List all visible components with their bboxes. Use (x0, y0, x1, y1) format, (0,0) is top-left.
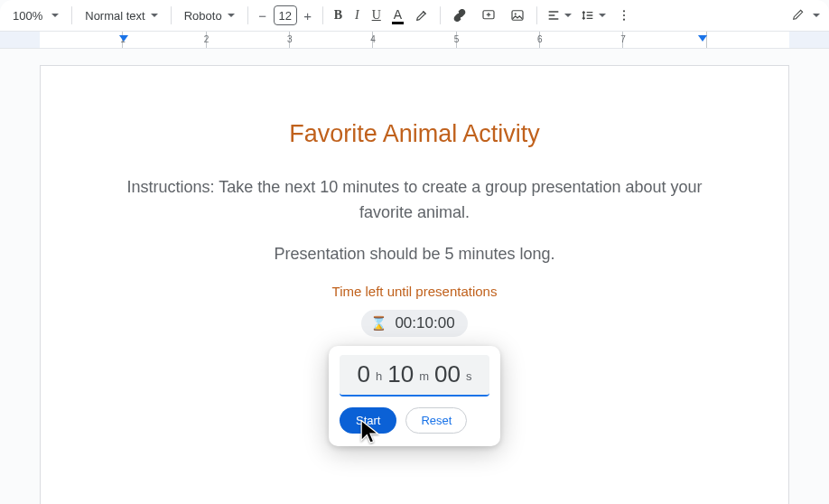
timer-hours[interactable]: 0 (358, 362, 370, 386)
timer-edit-display[interactable]: 0 h 10 m 00 s (340, 355, 489, 397)
ruler-ticks: 1 2 3 4 5 6 7 (40, 32, 789, 48)
zoom-value: 100% (13, 9, 46, 23)
timer-chip-value: 00:10:00 (395, 314, 454, 332)
font-family-value: Roboto (184, 9, 222, 23)
separator (71, 6, 72, 24)
timer-minutes-label: m (419, 369, 429, 383)
editing-mode-dropdown[interactable] (784, 4, 824, 27)
insert-image-button[interactable] (504, 4, 531, 27)
timer-seconds-label: s (466, 369, 472, 383)
timer-chip[interactable]: ⌛ 00:10:00 (361, 310, 467, 337)
bold-button[interactable]: B (329, 4, 348, 27)
chevron-down-icon (813, 14, 820, 17)
chevron-down-icon (151, 14, 158, 17)
timer-popup: 0 h 10 m 00 s Start Reset (329, 346, 500, 446)
italic-button[interactable]: I (349, 4, 365, 27)
svg-point-4 (515, 13, 517, 14)
start-button[interactable]: Start (340, 407, 396, 434)
text-color-button[interactable]: A (388, 4, 407, 27)
left-indent-marker[interactable] (119, 35, 128, 42)
separator (440, 6, 441, 24)
insert-link-button[interactable] (446, 4, 473, 27)
text-color-swatch (392, 22, 404, 24)
svg-point-6 (623, 14, 625, 16)
align-dropdown[interactable] (543, 4, 575, 27)
underline-button[interactable]: U (367, 4, 387, 27)
font-size-increase-button[interactable]: + (299, 5, 317, 25)
doc-title[interactable]: Favorite Animal Activity (95, 120, 734, 148)
right-indent-marker[interactable] (698, 35, 707, 42)
timer-hours-label: h (376, 369, 382, 383)
reset-button[interactable]: Reset (405, 407, 467, 434)
chevron-down-icon (564, 14, 572, 17)
highlight-button[interactable] (409, 4, 434, 27)
timer-popup-buttons: Start Reset (340, 407, 489, 434)
chevron-down-icon (599, 14, 606, 17)
doc-duration[interactable]: Presentation should be 5 minutes long. (95, 242, 734, 267)
timer-minutes[interactable]: 10 (387, 362, 414, 386)
insert-comment-button[interactable] (475, 4, 502, 27)
font-size-group: − + (254, 5, 317, 25)
svg-point-5 (623, 10, 625, 12)
paragraph-style-value: Normal text (85, 9, 144, 23)
font-size-input[interactable] (274, 5, 297, 25)
doc-time-left-label[interactable]: Time left until presentations (95, 284, 734, 299)
separator (322, 6, 323, 24)
pencil-icon (791, 7, 806, 24)
more-options-button[interactable] (611, 4, 637, 27)
paragraph-style-dropdown[interactable]: Normal text (78, 4, 164, 27)
font-family-dropdown[interactable]: Roboto (177, 4, 242, 27)
ruler[interactable]: 1 2 3 4 5 6 7 (0, 31, 829, 49)
line-spacing-dropdown[interactable] (577, 4, 610, 27)
document-page[interactable]: Favorite Animal Activity Instructions: T… (40, 65, 789, 504)
separator (247, 6, 248, 24)
svg-point-7 (623, 19, 625, 21)
chevron-down-icon (51, 14, 59, 17)
timer-seconds[interactable]: 00 (434, 362, 461, 386)
toolbar: 100% Normal text Roboto − + B I U A (0, 0, 829, 31)
font-size-decrease-button[interactable]: − (254, 5, 272, 25)
separator (536, 6, 537, 24)
hourglass-icon: ⌛ (370, 315, 387, 331)
zoom-dropdown[interactable]: 100% (5, 4, 66, 27)
doc-instructions[interactable]: Instructions: Take the next 10 minutes t… (98, 175, 731, 226)
separator (171, 6, 172, 24)
document-canvas[interactable]: Favorite Animal Activity Instructions: T… (0, 49, 829, 504)
chevron-down-icon (228, 14, 235, 17)
